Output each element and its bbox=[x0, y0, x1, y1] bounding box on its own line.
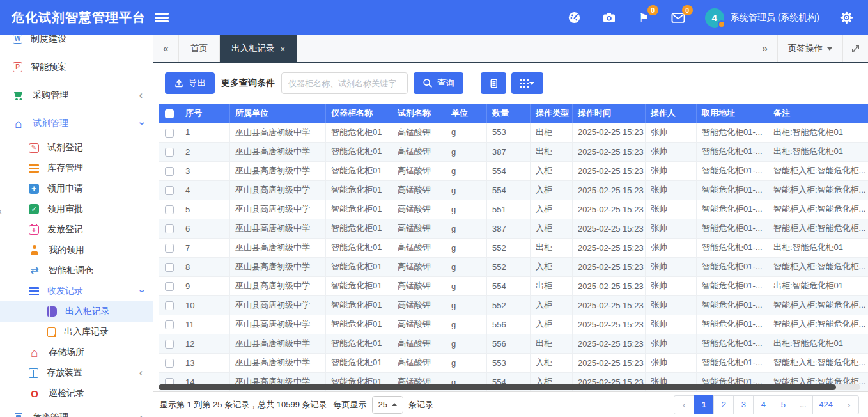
sidebar-item-inspection-records[interactable]: O巡检记录 bbox=[0, 383, 153, 404]
tabs-scroll-left-button[interactable]: « bbox=[153, 35, 179, 62]
cell: 入柜 bbox=[531, 257, 573, 276]
flag-icon[interactable]: ⚑ 0 bbox=[636, 10, 651, 26]
dashboard-gauge-icon[interactable] bbox=[567, 10, 582, 26]
cell: 2025-02-25 15:23 bbox=[573, 257, 646, 276]
cell: 巫山县高唐初级中学 bbox=[230, 257, 326, 276]
select-all-header bbox=[159, 104, 180, 123]
table-row: 7巫山县高唐初级中学智能危化柜01高锰酸钾g552出柜2025-02-25 15… bbox=[159, 238, 868, 257]
page-2[interactable]: 2 bbox=[713, 395, 734, 414]
sidebar-item-storage-place[interactable]: ⌂存储场所 bbox=[0, 342, 153, 363]
cell: 8 bbox=[180, 257, 230, 276]
cell: 556 bbox=[487, 334, 531, 353]
cell: 智能危化柜01-... bbox=[697, 238, 768, 257]
row-checkbox[interactable] bbox=[165, 301, 174, 310]
row-checkbox[interactable] bbox=[165, 205, 174, 214]
cell: 巫山县高唐初级中学 bbox=[230, 142, 326, 161]
sidebar-item-hazardous-waste[interactable]: 危废管理‹ bbox=[0, 404, 153, 417]
sidebar-item-inventory-mgmt[interactable]: 库存管理 bbox=[0, 158, 153, 178]
page-1[interactable]: 1 bbox=[694, 395, 714, 414]
tab-cabinet-io-records[interactable]: 出入柜记录× bbox=[220, 35, 297, 62]
row-checkbox[interactable] bbox=[165, 244, 174, 253]
cell: 智能柜入柜:智能危化柜... bbox=[768, 295, 868, 315]
cell: g bbox=[446, 334, 487, 353]
user-menu[interactable]: 4 系统管理员 (系统机构) bbox=[705, 8, 819, 28]
cell: 2025-02-25 15:23 bbox=[573, 200, 646, 219]
mail-icon[interactable]: 0 bbox=[670, 10, 686, 26]
prev-page-button[interactable]: ‹ bbox=[674, 395, 694, 414]
close-tab-icon[interactable]: × bbox=[281, 44, 286, 54]
more-filters-link[interactable]: 更多查询条件 bbox=[221, 77, 275, 89]
column-header: 所属单位 bbox=[230, 104, 326, 123]
cell: 3 bbox=[180, 161, 230, 180]
column-header: 操作类型 bbox=[531, 104, 573, 123]
row-checkbox[interactable] bbox=[165, 186, 174, 195]
tab-home[interactable]: 首页 bbox=[179, 35, 220, 62]
export-button[interactable]: 导出 bbox=[165, 72, 215, 94]
sidebar-item-reagent-register[interactable]: ✎试剂登记 bbox=[0, 138, 153, 158]
book-icon bbox=[47, 306, 57, 317]
sidebar-item-procurement[interactable]: 采购管理‹ bbox=[0, 81, 153, 109]
cell: 智能柜入柜:智能危化柜... bbox=[768, 257, 868, 276]
sidebar-item-cabinet-io-records[interactable]: 出入柜记录 bbox=[0, 301, 153, 322]
tabs-scroll-right-button[interactable]: » bbox=[752, 35, 777, 62]
sidebar-item-requisition-apply[interactable]: +领用申请 bbox=[0, 178, 153, 199]
menu-toggle-icon[interactable] bbox=[155, 13, 169, 22]
horizontal-scrollbar[interactable] bbox=[159, 384, 860, 390]
fullscreen-icon[interactable] bbox=[842, 35, 868, 62]
sidebar-item-label: 领用申请 bbox=[47, 183, 83, 194]
select-all-checkbox[interactable] bbox=[165, 109, 174, 118]
page-3[interactable]: 3 bbox=[733, 395, 754, 414]
sidebar-item-label: 出入柜记录 bbox=[65, 306, 110, 317]
records-icon bbox=[29, 287, 39, 295]
page-size-select[interactable]: 25 bbox=[372, 396, 403, 414]
sidebar-item-smart-plan[interactable]: P智能预案 bbox=[0, 53, 153, 81]
sidebar-item-my-requisition[interactable]: 我的领用 bbox=[0, 240, 153, 260]
cell: 张帅 bbox=[646, 295, 697, 315]
page-424[interactable]: 424 bbox=[812, 395, 839, 414]
page-size-value: 25 bbox=[378, 400, 387, 409]
sidebar-item-institution-building[interactable]: W制度建设 bbox=[0, 35, 153, 53]
cell: 7 bbox=[180, 238, 230, 257]
row-checkbox[interactable] bbox=[165, 224, 174, 233]
sidebar-item-requisition-approve[interactable]: ✓领用审批 bbox=[0, 199, 153, 219]
plus-icon: + bbox=[29, 184, 39, 194]
row-checkbox[interactable] bbox=[165, 148, 174, 157]
sidebar-item-cabinet-transfer[interactable]: ⇄智能柜调仓 bbox=[0, 260, 153, 281]
camera-icon[interactable] bbox=[601, 10, 617, 26]
sidebar-item-send-receive-records[interactable]: 收发记录‹ bbox=[0, 281, 153, 301]
sidebar-collapse-handle[interactable]: ‹ bbox=[0, 206, 2, 216]
tab-actions-button[interactable]: 页签操作 bbox=[777, 35, 842, 62]
cell: 2025-02-25 15:23 bbox=[573, 353, 646, 372]
cell: 巫山县高唐初级中学 bbox=[230, 180, 326, 200]
row-checkbox[interactable] bbox=[165, 359, 174, 368]
row-checkbox[interactable] bbox=[165, 340, 174, 349]
cell: 554 bbox=[487, 161, 531, 180]
next-page-button[interactable]: › bbox=[839, 395, 859, 414]
row-checkbox[interactable] bbox=[165, 320, 174, 329]
settings-gear-icon[interactable] bbox=[839, 10, 854, 26]
search-input[interactable] bbox=[281, 72, 408, 94]
chevron-down-icon bbox=[529, 82, 534, 85]
sidebar-item-issue-register[interactable]: +发放登记 bbox=[0, 219, 153, 240]
sidebar-item-warehouse-io-records[interactable]: 出入库记录 bbox=[0, 322, 153, 342]
cell: 智能柜入柜:智能危化柜... bbox=[768, 180, 868, 200]
row-checkbox[interactable] bbox=[165, 282, 174, 291]
sidebar-item-reagent-mgmt[interactable]: ⌂试剂管理‹ bbox=[0, 109, 153, 138]
calendar-icon: + bbox=[29, 225, 39, 235]
row-checkbox[interactable] bbox=[165, 167, 174, 176]
columns-toggle-button[interactable] bbox=[511, 72, 543, 94]
sidebar-item-storage-device[interactable]: 存放装置‹ bbox=[0, 363, 153, 383]
search-button[interactable]: 查询 bbox=[414, 72, 463, 94]
home-icon: ⌂ bbox=[13, 118, 24, 129]
page-ellipsis[interactable]: ... bbox=[793, 395, 813, 414]
row-select-cell bbox=[159, 276, 180, 295]
list-view-button[interactable] bbox=[481, 72, 506, 94]
page-4[interactable]: 4 bbox=[753, 395, 773, 414]
cell: 智能危化柜01-... bbox=[697, 276, 768, 295]
cell: 2025-02-25 15:23 bbox=[573, 123, 646, 142]
scrollbar-thumb[interactable] bbox=[159, 384, 836, 390]
cell: 智能危化柜01-... bbox=[697, 334, 768, 353]
row-checkbox[interactable] bbox=[165, 129, 174, 138]
page-5[interactable]: 5 bbox=[773, 395, 793, 414]
row-checkbox[interactable] bbox=[165, 263, 174, 272]
